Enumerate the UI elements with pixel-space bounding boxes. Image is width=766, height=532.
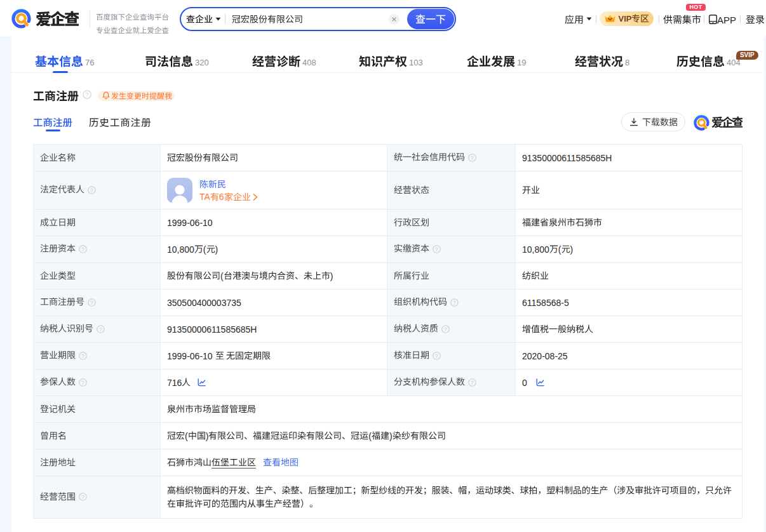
svg-text:?: ? <box>444 326 447 332</box>
svg-text:?: ? <box>81 246 84 252</box>
svg-text:?: ? <box>81 352 84 359</box>
svg-text:?: ? <box>81 379 84 385</box>
svg-text:?: ? <box>435 246 438 252</box>
svg-text:?: ? <box>90 187 93 193</box>
svg-text:?: ? <box>90 299 93 305</box>
svg-text:?: ? <box>435 352 438 359</box>
svg-text:?: ? <box>81 494 84 500</box>
svg-text:?: ? <box>99 326 102 332</box>
svg-text:?: ? <box>85 91 88 98</box>
svg-text:?: ? <box>471 154 474 161</box>
svg-text:?: ? <box>453 299 456 305</box>
svg-text:?: ? <box>471 379 474 385</box>
